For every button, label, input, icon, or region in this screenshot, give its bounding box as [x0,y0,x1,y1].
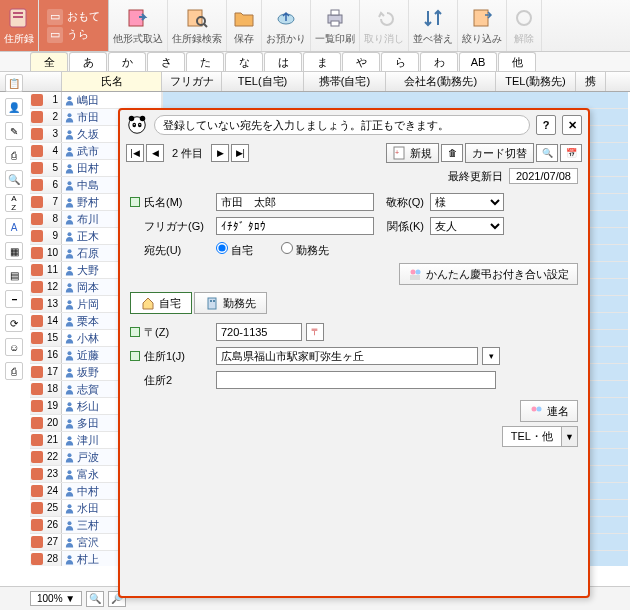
card-switch-button[interactable]: カード切替 [465,143,534,163]
lt-icon-11[interactable]: ⟳ [5,314,23,332]
svg-point-31 [67,402,71,406]
relation-select[interactable]: 友人 [430,217,504,235]
addr-dropdown-button[interactable]: ▾ [482,347,500,365]
zip-input[interactable] [216,323,302,341]
lt-icon-2[interactable]: 👤 [5,98,23,116]
joint-name-button[interactable]: 連名 [520,400,578,422]
index-tab-な[interactable]: な [225,52,263,71]
index-tab-他[interactable]: 他 [498,52,536,71]
index-tab-ら[interactable]: ら [381,52,419,71]
postcard-back-icon: ▭ [47,27,63,43]
people-icon [408,267,422,281]
panel-header: 登録していない宛先を入力しましょう。訂正もできます。 ? ✕ [120,110,588,140]
index-tab-あ[interactable]: あ [69,52,107,71]
index-tab-た[interactable]: た [186,52,224,71]
cell-name[interactable]: 嶋田 [62,92,162,108]
index-tab-さ[interactable]: さ [147,52,185,71]
row-number: 12 [30,279,62,295]
title-select[interactable]: 様 [430,193,504,211]
tab-home[interactable]: 自宅 [130,292,192,314]
col-mobile-home[interactable]: 携帯(自宅) [304,72,386,91]
ribbon-addressbook[interactable]: 住所録 [0,0,39,51]
col-furigana[interactable]: フリガナ [162,72,222,91]
col-tel-work[interactable]: TEL(勤務先) [496,72,576,91]
ribbon-deposit[interactable]: お預かり [262,0,311,51]
close-button[interactable]: ✕ [562,115,582,135]
zip-lookup-button[interactable]: 〒 [306,323,324,341]
nav-prev-button[interactable]: ◀ [146,144,164,162]
help-button[interactable]: ? [536,115,556,135]
table-row[interactable]: 1嶋田 [30,92,628,109]
chevron-down-icon[interactable]: ▼ [562,426,578,447]
index-tab-や[interactable]: や [342,52,380,71]
ribbon-filter[interactable]: 絞り込み [458,0,507,51]
col-company[interactable]: 会社名(勤務先) [386,72,496,91]
svg-point-12 [517,11,531,25]
easy-ceremony-button[interactable]: かんたん慶弔お付き合い設定 [399,263,578,285]
dest-home-radio[interactable]: 自宅 [216,242,253,258]
col-name[interactable]: 氏名 [62,72,162,91]
detail-panel: 登録していない宛先を入力しましょう。訂正もできます。 ? ✕ |◀ ◀ 2 件目… [118,108,590,598]
nav-first-button[interactable]: |◀ [126,144,144,162]
nav-last-button[interactable]: ▶| [231,144,249,162]
lt-icon-10[interactable]: 🭹 [5,290,23,308]
save-folder-icon [231,5,257,31]
row-number: 24 [30,483,62,499]
lt-icon-1[interactable]: 📋 [5,74,23,92]
svg-point-32 [67,419,71,423]
svg-point-15 [67,130,71,134]
lt-icon-3[interactable]: ✎ [5,122,23,140]
col-tel-home[interactable]: TEL(自宅) [222,72,304,91]
dest-work-label: 勤務先 [296,244,329,256]
index-tab-か[interactable]: か [108,52,146,71]
lt-icon-13[interactable]: ⎙ [5,362,23,380]
svg-point-13 [67,96,71,100]
omote-button[interactable]: ▭おもて [47,9,100,25]
index-tab-AB[interactable]: AB [459,52,497,71]
lt-icon-5[interactable]: 🔍 [5,170,23,188]
svg-rect-53 [208,298,216,309]
row-number: 21 [30,432,62,448]
lt-icon-12[interactable]: ☺ [5,338,23,356]
lt-icon-6[interactable]: AZ [5,194,23,212]
ribbon-printall[interactable]: 一覧印刷 [311,0,360,51]
zip-label: 〒(Z) [144,325,212,340]
furigana-input[interactable] [216,217,374,235]
index-tab-わ[interactable]: わ [420,52,458,71]
addr1-input[interactable] [216,347,478,365]
index-tab-全[interactable]: 全 [30,52,68,71]
lt-icon-7[interactable]: A [5,218,23,236]
calendar-icon-button[interactable]: 📅 [560,144,582,162]
ribbon-sort[interactable]: 並べ替え [409,0,458,51]
name-input[interactable] [216,193,374,211]
index-tab-ま[interactable]: ま [303,52,341,71]
row-number: 6 [30,177,62,193]
zoom-in-icon[interactable]: 🔍 [86,591,104,607]
undo-icon [371,5,397,31]
ribbon-save[interactable]: 保存 [227,0,262,51]
lt-icon-4[interactable]: ⎙ [5,146,23,164]
ura-button[interactable]: ▭うら [47,27,100,43]
zoom-select[interactable]: 100% ▼ [30,591,82,606]
ribbon-sort-label: 並べ替え [413,32,453,46]
svg-point-40 [67,555,71,559]
panel-last-updated-row: 最終更新日 2021/07/08 [120,166,588,186]
col-mobile-work[interactable]: 携 [576,72,606,91]
furigana-label: フリガナ(G) [144,219,212,234]
delete-button[interactable]: 🗑 [441,144,463,162]
tel-other-label: TEL・他 [502,426,562,447]
tel-other-combo[interactable]: TEL・他 ▼ [502,426,578,447]
dest-work-radio[interactable]: 勤務先 [281,242,329,258]
index-tab-は[interactable]: は [264,52,302,71]
nav-next-button[interactable]: ▶ [211,144,229,162]
addr2-input[interactable] [216,371,496,389]
ribbon-search[interactable]: 住所録検索 [168,0,227,51]
lt-icon-8[interactable]: ▦ [5,242,23,260]
row-number: 15 [30,330,62,346]
new-record-button[interactable]: + 新規 [386,143,439,163]
lt-icon-9[interactable]: ▤ [5,266,23,284]
tab-work[interactable]: 勤務先 [194,292,267,314]
zoom-icon-button[interactable]: 🔍 [536,144,558,162]
ribbon-otherimport[interactable]: 他形式取込 [109,0,168,51]
svg-rect-54 [210,300,212,302]
